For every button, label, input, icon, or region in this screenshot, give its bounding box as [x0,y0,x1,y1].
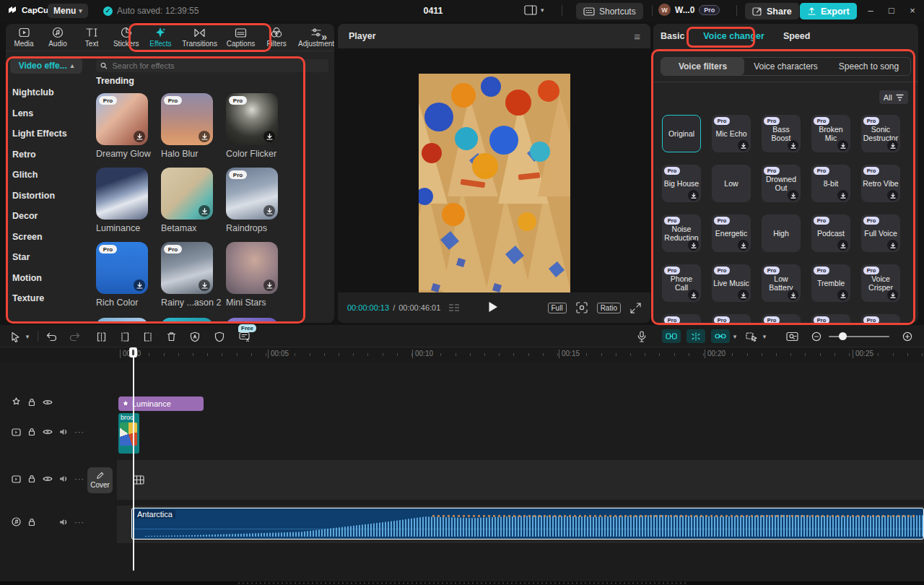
download-icon[interactable] [738,290,749,300]
download-icon[interactable] [887,290,898,300]
tab-effects[interactable]: Effects [148,27,173,48]
play-button[interactable] [488,301,498,313]
download-icon[interactable] [688,190,699,201]
voice-filter-tile[interactable]: Pro Low Battery [762,264,801,302]
tab-audio[interactable]: Audio [45,27,70,48]
playhead-handle[interactable] [129,347,137,358]
lock-icon[interactable] [27,518,36,526]
download-icon[interactable] [263,205,275,217]
download-icon[interactable] [837,240,848,251]
lock-icon[interactable] [27,474,36,483]
timeline-zoom-knob[interactable] [839,332,847,340]
tab-transitions[interactable]: Transitions [182,27,217,48]
shield-button[interactable] [213,330,226,343]
tab-captions[interactable]: Captions [227,27,255,48]
tab-media[interactable]: Media [12,27,36,48]
tab-speed[interactable]: Speed [783,31,811,41]
record-voiceover-button[interactable] [635,330,648,343]
split-right-tool[interactable] [141,330,154,343]
auto-splice-toggle[interactable] [687,329,705,343]
lock-icon[interactable] [27,398,36,407]
tab-filters[interactable]: Filters [264,27,289,48]
timeline-zoom-slider[interactable] [829,336,889,337]
download-icon[interactable] [688,290,699,300]
subtab-speech-to-song[interactable]: Speech to song [827,58,910,75]
zoom-out-button[interactable] [810,330,823,343]
overlay-video-clip[interactable]: broo [118,413,139,454]
download-icon[interactable] [887,240,898,251]
track-list-icon[interactable] [448,303,460,312]
player-menu-icon[interactable]: ≡ [634,30,640,43]
fullscreen-icon[interactable] [630,303,641,313]
effects-search[interactable] [96,59,328,72]
selection-mode-chevron[interactable]: ▾ [761,330,768,343]
download-icon[interactable] [788,290,798,300]
category-item[interactable]: Distortion [6,186,87,207]
voice-filter-tile[interactable]: Pro Broken Mic [811,115,850,152]
voice-filter-tile[interactable]: Pro Energetic [712,214,751,252]
download-icon[interactable] [263,131,275,142]
mute-track-button[interactable] [188,330,201,343]
voice-filter-tile[interactable]: Pro High [762,214,801,252]
visibility-icon[interactable] [43,475,53,482]
zoom-in-button[interactable] [901,330,914,343]
menu-button[interactable]: Menu ▾ [48,4,88,18]
minimize-button[interactable]: – [861,0,880,20]
layout-toggle-button[interactable]: ▾ [524,5,544,15]
voice-filter-tile[interactable]: Pro Original [662,115,701,152]
effect-card[interactable]: Pro Raindrops [226,168,278,242]
selection-mode-tool[interactable] [745,330,758,343]
subtab-voice-filters[interactable]: Voice filters [661,58,744,75]
voice-filter-tile[interactable]: Pro Full Voice [861,214,900,252]
voice-filter-tile[interactable]: Pro Mic Echo [712,115,751,152]
download-icon[interactable] [134,280,145,291]
category-item[interactable]: Star [6,247,87,268]
voice-filter-tile[interactable]: Pro Noise Reduction [662,214,701,252]
voice-filter-tile[interactable]: Pro Drowned Out [762,165,801,202]
effect-card[interactable]: Pro Color Flicker [226,93,278,168]
effect-card[interactable]: Pro Dreamy Glow [96,93,148,168]
speaker-icon[interactable] [59,474,68,483]
ratio-button[interactable]: Ratio [597,303,621,313]
video-effects-dropdown[interactable]: Video effe... ▴ [10,58,82,74]
visibility-icon[interactable] [43,399,53,406]
download-icon[interactable] [199,280,210,291]
link-clips-toggle[interactable] [711,329,730,343]
effect-card[interactable] [161,318,213,323]
select-tool-chevron[interactable]: ▾ [24,330,31,343]
link-options-chevron[interactable]: ▾ [731,330,738,343]
effect-clip[interactable]: Luminance [118,396,204,411]
category-item[interactable]: Motion [6,268,87,289]
lock-icon[interactable] [27,428,36,436]
account-chip[interactable]: W W...0 Pro [658,4,720,16]
share-button[interactable]: Share [745,3,799,20]
export-button[interactable]: Export [800,3,857,20]
category-item[interactable]: Decor [6,206,87,227]
filter-all-button[interactable]: All [879,90,908,104]
download-icon[interactable] [199,205,210,217]
voice-filter-tile[interactable]: Pro Sonic Destructor [861,115,900,152]
download-icon[interactable] [788,140,798,151]
voice-filter-tile[interactable]: Pro Big House [662,165,701,202]
split-left-tool[interactable] [118,330,131,343]
voice-filter-tile[interactable]: Pro Low [712,165,751,202]
tab-basic[interactable]: Basic [661,31,684,41]
voice-filter-tile[interactable]: Pro Voice Crisper [861,264,900,302]
delete-button[interactable] [165,330,178,343]
magnetic-snap-toggle[interactable] [662,329,681,343]
download-icon[interactable] [887,190,898,201]
tab-stickers[interactable]: Stickers [113,27,139,48]
more-icon[interactable]: ··· [74,474,84,483]
effect-card[interactable] [226,318,278,323]
download-icon[interactable] [788,190,798,201]
more-icon[interactable]: ··· [74,518,84,526]
download-icon[interactable] [837,140,848,151]
tab-voice-changer[interactable]: Voice changer [703,31,764,41]
voice-filter-tile[interactable]: Pro Podcast [811,214,850,252]
voice-filter-tile[interactable]: Pro [811,314,850,323]
undo-button[interactable] [45,330,58,343]
download-icon[interactable] [837,190,848,201]
category-item[interactable]: Retro [6,144,87,165]
voice-filter-tile[interactable]: Pro Tremble [811,264,850,302]
voice-filter-tile[interactable]: Pro [762,314,801,323]
